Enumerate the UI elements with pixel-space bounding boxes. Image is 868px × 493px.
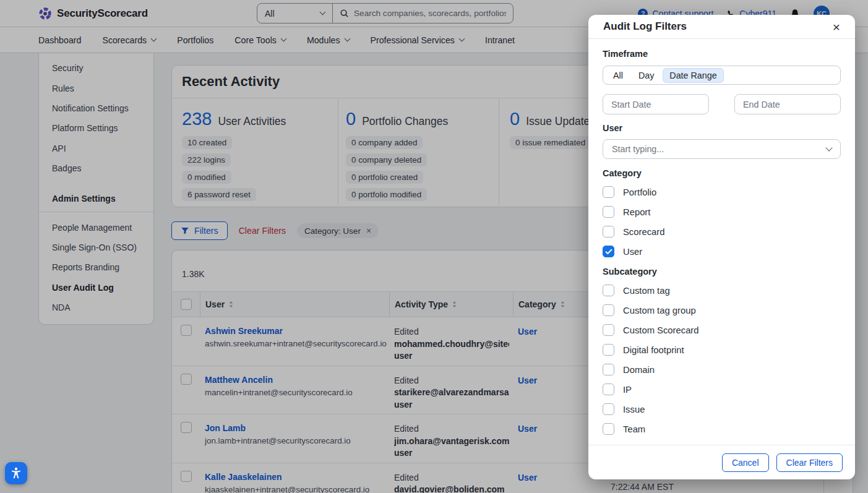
modal-footer: Cancel Clear Filters [588, 445, 855, 479]
chevron-down-icon [825, 144, 832, 151]
checkbox-custom-tag[interactable] [603, 285, 614, 296]
end-date-input[interactable] [734, 94, 841, 114]
checkbox-domain[interactable] [603, 364, 614, 375]
checkbox-ip[interactable] [603, 384, 614, 395]
modal-clear-filters-button[interactable]: Clear Filters [776, 453, 843, 472]
checkbox-report[interactable] [603, 206, 614, 218]
timeframe-option-all[interactable]: All [606, 68, 630, 83]
audit-log-filters-modal: Audit Log Filters × Timeframe All Day Da… [588, 15, 855, 479]
modal-body: Timeframe All Day Date Range User Start … [588, 39, 855, 445]
accessibility-widget-button[interactable] [5, 462, 27, 484]
checkbox-team[interactable] [603, 423, 614, 435]
checkbox-custom-scorecard[interactable] [603, 324, 614, 336]
checkbox-issue[interactable] [603, 403, 614, 415]
checkbox-scorecard[interactable] [603, 226, 614, 238]
accessibility-icon [9, 466, 24, 481]
start-date-input[interactable] [603, 94, 709, 114]
timeframe-option-day[interactable]: Day [632, 68, 661, 83]
checkbox-custom-tag-group[interactable] [603, 304, 614, 316]
checkbox-portfolio[interactable] [603, 186, 614, 198]
checkbox-digital-footprint[interactable] [603, 344, 614, 356]
timeframe-option-date-range[interactable]: Date Range [663, 68, 723, 83]
page: SecurityScorecard All ? Contact support [0, 0, 868, 493]
user-select[interactable]: Start typing... [603, 139, 841, 159]
timeframe-label: Timeframe [603, 49, 841, 59]
subcategory-filter-label: Subcategory [603, 267, 841, 277]
modal-title: Audit Log Filters [603, 20, 687, 33]
user-select-placeholder: Start typing... [612, 144, 664, 154]
cancel-button[interactable]: Cancel [722, 453, 769, 472]
timeframe-segmented-control: All Day Date Range [603, 66, 841, 85]
checkbox-user[interactable] [603, 246, 614, 257]
close-icon[interactable]: × [833, 20, 840, 33]
category-filter-label: Category [603, 168, 841, 178]
user-filter-label: User [603, 123, 841, 133]
